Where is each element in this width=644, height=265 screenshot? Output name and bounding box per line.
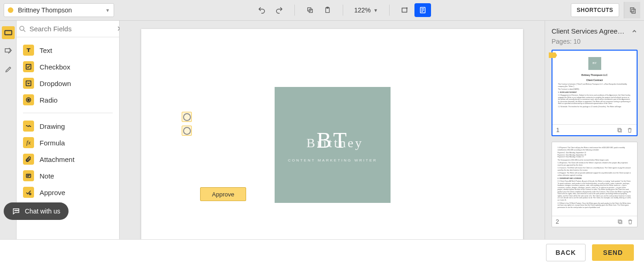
thumbnail-preview: BT Brittney Thompson LLC Client Contract… (552, 51, 637, 124)
field-attachment[interactable]: Attachment (23, 151, 113, 167)
send-button[interactable]: SEND (592, 244, 634, 261)
thumb-body: 1.5 Invoices. The Writer will invoice th… (558, 167, 632, 171)
thumb-body: 2. OWNERSHIP AND LICENSES (558, 178, 632, 180)
undo-button[interactable] (254, 2, 270, 18)
svg-rect-9 (5, 49, 10, 52)
shortcuts-button[interactable]: SHORTCUTS (571, 3, 619, 17)
field-label: Approve (40, 189, 65, 196)
field-dropdown[interactable]: Dropdown (23, 75, 113, 92)
svg-rect-18 (618, 128, 621, 131)
topbar: Brittney Thompson ▼ 122% ▼ SHORTCUTS (0, 0, 644, 21)
thumb-body: Payment 1: Due Monday, September 12Payme… (558, 152, 632, 158)
thumb-body: 2.1 Client Owns All Work Product. As par… (558, 180, 632, 201)
svg-point-21 (15, 210, 16, 211)
search-icon (18, 25, 27, 33)
svg-point-22 (16, 210, 17, 211)
signer-select[interactable]: Brittney Thompson ▼ (4, 3, 114, 17)
thumb-heading: Client Contract (556, 79, 633, 82)
checkbox-icon (23, 61, 34, 72)
footer: BACK SEND (0, 239, 644, 265)
zoom-value: 122% (354, 6, 371, 14)
field-label: Formula (40, 139, 65, 147)
duplicate-icon[interactable] (616, 127, 623, 133)
chat-icon (12, 207, 20, 215)
document-page[interactable]: BT Brittney CONTENT MARKETING WRITER App… (141, 29, 523, 239)
topbar-center: 122% ▼ (114, 2, 571, 18)
thumbnail-footer: 1 (552, 124, 637, 135)
search-wrap: ✕ (17, 21, 119, 37)
field-label: Checkbox (40, 63, 70, 71)
thumb-body: The Contract is dated [DATE]. (558, 88, 631, 91)
field-label: Drawing (40, 122, 65, 130)
right-panel: Client Services Agree… Pages: 10 BT Brit… (545, 21, 644, 239)
chat-button[interactable]: Chat with us (4, 202, 69, 220)
field-note[interactable]: Note (23, 167, 113, 184)
approve-field[interactable]: Approve (200, 187, 246, 201)
thumbnail-footer: 2 (552, 216, 637, 227)
paste-button[interactable] (320, 2, 335, 18)
field-approve[interactable]: Approve (23, 184, 113, 201)
collapse-panel-button[interactable] (624, 2, 640, 18)
copy-button[interactable] (302, 2, 318, 18)
delete-icon[interactable] (627, 127, 633, 133)
delete-icon[interactable] (627, 219, 633, 225)
svg-rect-4 (402, 8, 407, 12)
redo-button[interactable] (271, 2, 287, 18)
svg-point-23 (17, 210, 18, 211)
canvas-area[interactable]: BT Brittney CONTENT MARKETING WRITER App… (120, 21, 545, 239)
note-icon (23, 170, 34, 181)
field-label: Dropdown (40, 80, 71, 87)
page-number: 2 (556, 218, 613, 225)
rail-edit-tab[interactable] (2, 45, 15, 58)
thumb-body: 1.1 Engagement of Services. Subject to t… (558, 94, 631, 105)
svg-point-10 (20, 26, 24, 30)
main: ✕ Text Checkbox Dropdown Radio Dr (0, 21, 644, 239)
page-number: 1 (556, 127, 613, 133)
thumb-heading: Brittney Thompson LLC (556, 74, 633, 77)
svg-rect-19 (619, 220, 622, 223)
search-input[interactable] (29, 25, 117, 33)
chat-label: Chat with us (25, 207, 60, 215)
field-label: Text (40, 46, 52, 54)
signer-color-dot (8, 7, 13, 13)
formula-icon: fx (23, 137, 34, 148)
thumb-body: The first payment of $1,500 must be rece… (558, 159, 632, 161)
zoom-select[interactable]: 122% ▼ (351, 6, 382, 14)
field-label: Radio (40, 96, 58, 104)
signer-name: Brittney Thompson (18, 6, 105, 14)
divider (389, 5, 390, 16)
thumbnail-2[interactable]: 1.3 Payment. The Client will pay the Wri… (552, 142, 638, 227)
rail-pen-tab[interactable] (2, 63, 15, 76)
radio-field-1[interactable] (182, 112, 192, 122)
logo-initials: BT Brittney (316, 127, 348, 153)
rail-fields-tab[interactable] (2, 26, 15, 39)
radio-icon (23, 94, 34, 105)
thumbnail-1[interactable]: BT Brittney Thompson LLC Client Contract… (552, 50, 638, 136)
thumb-body: 1.3 Payment. The Client will pay the Wri… (558, 147, 632, 151)
logo-script: Brittney (306, 136, 363, 150)
logo-block: BT Brittney CONTENT MARKETING WRITER (275, 87, 391, 203)
back-button[interactable]: BACK (546, 244, 586, 261)
field-formula[interactable]: fx Formula (23, 134, 113, 151)
add-page-button[interactable] (397, 2, 413, 18)
svg-point-16 (29, 193, 31, 195)
form-builder-button[interactable] (414, 3, 431, 17)
svg-rect-17 (619, 129, 621, 132)
chevron-up-icon[interactable] (631, 28, 638, 35)
svg-rect-15 (26, 174, 30, 178)
divider (294, 5, 295, 16)
duplicate-icon[interactable] (617, 219, 623, 225)
radio-field-2[interactable] (182, 126, 192, 136)
document-title: Client Services Agree… (552, 27, 624, 35)
field-radio[interactable]: Radio (23, 92, 113, 108)
divider (23, 113, 113, 113)
field-checkbox[interactable]: Checkbox (23, 58, 113, 75)
divider (343, 5, 343, 16)
shortcuts-wrap: SHORTCUTS (571, 3, 619, 17)
chevron-down-icon: ▼ (374, 8, 378, 13)
field-drawing[interactable]: Drawing (23, 118, 113, 134)
thumb-body: 1.6 Support. The Writer will not provide… (558, 172, 632, 176)
field-text[interactable]: Text (23, 42, 113, 58)
thumb-body: 1.2 Schedule. The timeline for this pack… (558, 106, 631, 108)
approve-icon (23, 187, 34, 198)
